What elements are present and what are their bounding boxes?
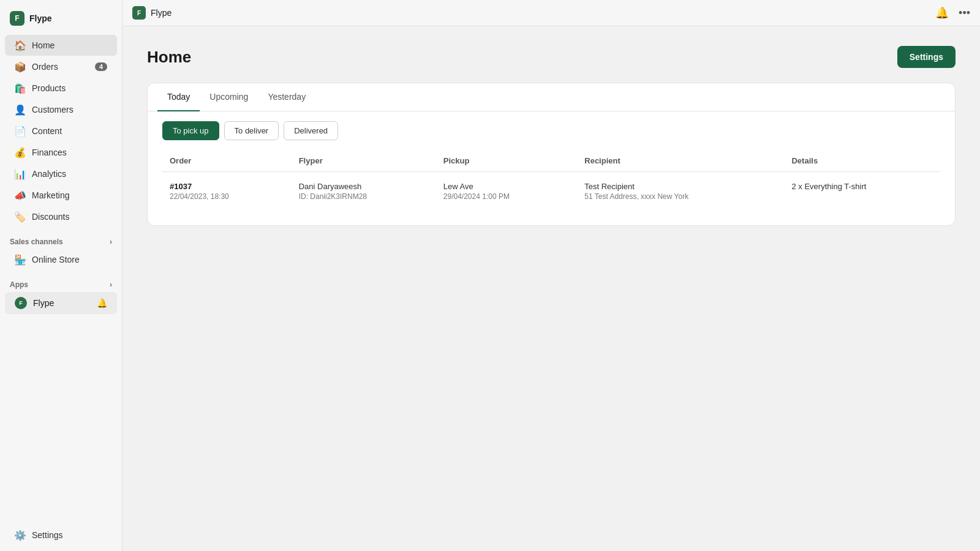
orders-icon: 📦 — [15, 61, 26, 72]
recipient-cell: Test Recipient 51 Test Address, xxxx New… — [577, 172, 784, 211]
flype-bell-icon[interactable]: 🔔 — [97, 298, 107, 308]
analytics-label: Analytics — [32, 169, 66, 179]
main-area: F Flype 🔔 ••• Home Settings TodayUpcomin… — [123, 0, 980, 551]
pickup-location: Lew Ave — [443, 182, 570, 191]
orders-table: OrderFlyperPickupRecipientDetails #1037 … — [162, 150, 940, 211]
discounts-label: Discounts — [32, 212, 69, 222]
filter-row: To pick upTo deliverDelivered — [148, 111, 955, 150]
filter-btn-delivered[interactable]: Delivered — [284, 121, 338, 140]
products-icon: 🛍️ — [15, 83, 26, 94]
sidebar: F Flype 🏠 Home 📦 Orders 4 🛍️ Products 👤 … — [0, 0, 123, 551]
app-icon: F — [10, 11, 24, 26]
marketing-icon: 📣 — [15, 190, 26, 201]
sidebar-item-orders[interactable]: 📦 Orders 4 — [5, 56, 117, 77]
col-header-pickup: Pickup — [436, 150, 577, 172]
apps-chevron: › — [110, 280, 112, 289]
order-cell: #1037 22/04/2023, 18:30 — [162, 172, 292, 211]
notification-button[interactable]: 🔔 — [935, 6, 949, 20]
online-store-label: Online Store — [32, 255, 80, 264]
flype-app-icon: F — [15, 297, 27, 309]
details-cell: 2 x Everything T-shirt — [784, 172, 940, 211]
customers-icon: 👤 — [15, 104, 26, 115]
col-header-flyper: Flyper — [292, 150, 436, 172]
sidebar-item-finances[interactable]: 💰 Finances — [5, 142, 117, 163]
content-area: Home Settings TodayUpcomingYesterday To … — [123, 26, 980, 551]
sidebar-item-products[interactable]: 🛍️ Products — [5, 78, 117, 99]
col-header-order: Order — [162, 150, 292, 172]
sidebar-app-header: F Flype — [0, 5, 122, 32]
page-title: Home — [147, 48, 191, 67]
more-options-button[interactable]: ••• — [959, 7, 970, 20]
sidebar-item-customers[interactable]: 👤 Customers — [5, 99, 117, 120]
apps-header[interactable]: Apps › — [0, 271, 122, 291]
sales-channels-label: Sales channels — [10, 238, 63, 246]
sidebar-item-analytics[interactable]: 📊 Analytics — [5, 163, 117, 184]
tab-upcoming[interactable]: Upcoming — [200, 83, 258, 111]
order-details: 2 x Everything T-shirt — [791, 182, 866, 191]
page-header: Home Settings — [147, 46, 956, 68]
pickup-cell: Lew Ave 29/04/2024 1:00 PM — [436, 172, 577, 211]
sales-channels-chevron: › — [110, 238, 112, 246]
sidebar-bottom: ⚙️ Settings — [0, 524, 122, 546]
sidebar-item-marketing[interactable]: 📣 Marketing — [5, 185, 117, 206]
online-store-icon: 🏪 — [15, 254, 26, 265]
flyper-id: ID: Danii2K3IRNM28 — [299, 192, 429, 201]
col-header-recipient: Recipient — [577, 150, 784, 172]
flyper-cell: Dani Daryaweesh ID: Danii2K3IRNM28 — [292, 172, 436, 211]
table-body: #1037 22/04/2023, 18:30 Dani Daryaweesh … — [162, 172, 940, 211]
settings-label: Settings — [32, 530, 63, 540]
table-container: OrderFlyperPickupRecipientDetails #1037 … — [148, 150, 955, 225]
orders-label: Orders — [32, 62, 58, 72]
topbar-app-name: Flype — [151, 8, 172, 18]
topbar: F Flype 🔔 ••• — [123, 0, 980, 26]
topbar-left: F Flype — [132, 6, 172, 20]
pickup-datetime: 29/04/2024 1:00 PM — [443, 192, 570, 201]
filter-btn-to_deliver[interactable]: To deliver — [224, 121, 279, 140]
products-label: Products — [32, 83, 66, 93]
content-label: Content — [32, 126, 62, 136]
sidebar-item-home[interactable]: 🏠 Home — [5, 35, 117, 56]
topbar-right: 🔔 ••• — [935, 6, 970, 20]
sidebar-item-content[interactable]: 📄 Content — [5, 121, 117, 141]
sidebar-item-flype[interactable]: F Flype 🔔 — [5, 292, 117, 314]
home-label: Home — [32, 40, 55, 50]
order-date: 22/04/2023, 18:30 — [170, 192, 284, 201]
recipient-name: Test Recipient — [584, 182, 777, 191]
app-name: Flype — [29, 13, 52, 23]
customers-label: Customers — [32, 105, 74, 114]
sidebar-item-online-store[interactable]: 🏪 Online Store — [5, 249, 117, 270]
settings-icon: ⚙️ — [15, 530, 26, 541]
topbar-app-icon: F — [132, 6, 146, 20]
filter-btn-to_pick_up[interactable]: To pick up — [162, 121, 219, 140]
analytics-icon: 📊 — [15, 168, 26, 179]
nav-list: 🏠 Home 📦 Orders 4 🛍️ Products 👤 Customer… — [0, 34, 122, 228]
col-header-details: Details — [784, 150, 940, 172]
finances-label: Finances — [32, 148, 67, 157]
settings-button[interactable]: Settings — [897, 46, 956, 68]
order-number: #1037 — [170, 182, 284, 191]
marketing-label: Marketing — [32, 190, 69, 200]
content-icon: 📄 — [15, 126, 26, 137]
sales-channels-header[interactable]: Sales channels › — [0, 228, 122, 249]
table-row[interactable]: #1037 22/04/2023, 18:30 Dani Daryaweesh … — [162, 172, 940, 211]
sidebar-item-settings[interactable]: ⚙️ Settings — [5, 525, 117, 545]
discounts-icon: 🏷️ — [15, 211, 26, 222]
tab-today[interactable]: Today — [157, 83, 200, 111]
finances-icon: 💰 — [15, 147, 26, 158]
tabs-container: TodayUpcomingYesterday — [148, 83, 955, 111]
recipient-address: 51 Test Address, xxxx New York — [584, 192, 777, 201]
home-icon: 🏠 — [15, 40, 26, 51]
flype-label: Flype — [33, 298, 54, 308]
orders-badge: 4 — [95, 62, 107, 71]
flyper-name: Dani Daryaweesh — [299, 182, 429, 191]
table-head: OrderFlyperPickupRecipientDetails — [162, 150, 940, 172]
main-card: TodayUpcomingYesterday To pick upTo deli… — [147, 83, 956, 226]
tab-yesterday[interactable]: Yesterday — [258, 83, 315, 111]
sidebar-item-discounts[interactable]: 🏷️ Discounts — [5, 206, 117, 227]
apps-label: Apps — [10, 280, 28, 289]
